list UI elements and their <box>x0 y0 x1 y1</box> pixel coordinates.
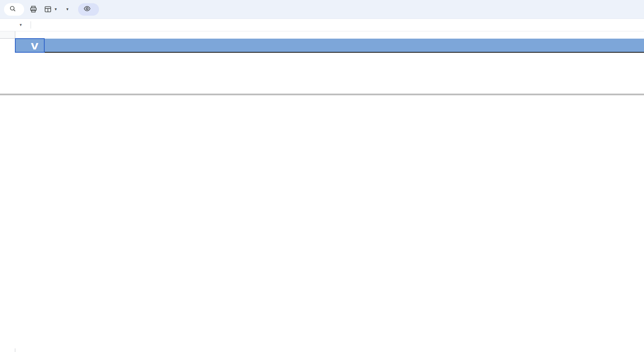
menus-button[interactable] <box>4 3 24 16</box>
chevron-down-icon: ▼ <box>19 23 23 27</box>
chevron-down-icon[interactable]: ▼ <box>54 7 58 11</box>
divider <box>31 21 31 29</box>
table-button[interactable] <box>43 4 53 14</box>
frozen-rows-divider[interactable] <box>0 94 644 95</box>
cell-A1-banner[interactable]: v <box>15 39 644 53</box>
print-button[interactable] <box>28 4 39 14</box>
formula-bar: ▼ <box>0 19 644 31</box>
chevron-down-icon: ▼ <box>66 7 69 11</box>
spreadsheet-grid: v <box>0 31 644 352</box>
vimeo-logo-icon: v <box>31 39 38 51</box>
row-header-partial <box>0 348 15 352</box>
eye-icon <box>84 6 91 12</box>
select-all-corner[interactable] <box>0 31 15 39</box>
view-only-button[interactable] <box>78 3 99 16</box>
total-time-summary <box>557 39 560 52</box>
search-icon <box>10 6 16 13</box>
name-box[interactable]: ▼ <box>0 23 25 27</box>
toolbar: ▼ ▼ <box>0 0 644 19</box>
zoom-control[interactable]: ▼ <box>63 7 69 11</box>
